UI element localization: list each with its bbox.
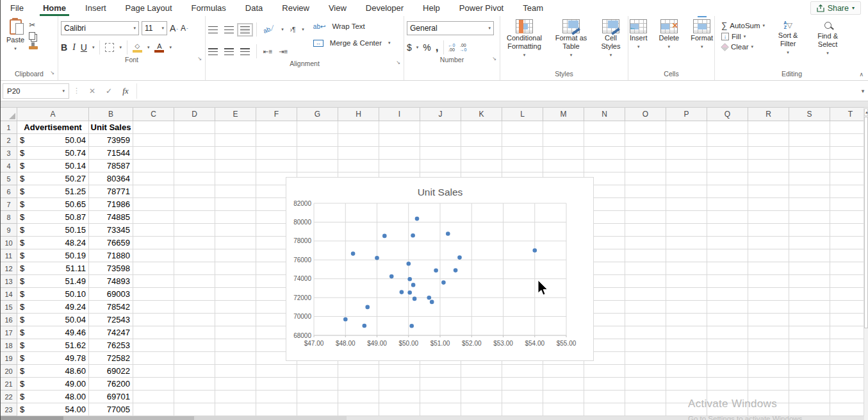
- cell-R9[interactable]: [748, 224, 789, 237]
- cell-T12[interactable]: [830, 262, 864, 275]
- cell-T17[interactable]: [830, 326, 864, 339]
- cell-H22[interactable]: [338, 391, 379, 403]
- cell-E8[interactable]: [215, 211, 256, 224]
- row-header-14[interactable]: 14: [1, 288, 17, 301]
- cell-A5[interactable]: $50.27: [17, 172, 89, 185]
- row-header-11[interactable]: 11: [1, 249, 17, 262]
- percent-style-button[interactable]: %: [423, 42, 430, 53]
- cell-E7[interactable]: [215, 198, 256, 211]
- number-format-combo[interactable]: General▾: [407, 21, 494, 35]
- cell-S1[interactable]: [789, 121, 830, 134]
- column-header-O[interactable]: O: [625, 108, 666, 121]
- cell-A18[interactable]: $51.62: [17, 339, 89, 352]
- cell-Q8[interactable]: [707, 211, 748, 224]
- cell-C6[interactable]: [133, 185, 174, 198]
- cell-M4[interactable]: [543, 160, 584, 172]
- cell-G21[interactable]: [297, 378, 338, 391]
- format-as-table-button[interactable]: Format as Table ▾: [550, 17, 593, 59]
- cell-P6[interactable]: [666, 185, 707, 198]
- cell-Q12[interactable]: [707, 262, 748, 275]
- orientation-dropdown-icon[interactable]: ▾: [281, 27, 284, 32]
- column-header-S[interactable]: S: [789, 108, 830, 121]
- cell-C15[interactable]: [133, 301, 174, 314]
- cell-Q7[interactable]: [707, 198, 748, 211]
- cell-P15[interactable]: [666, 301, 707, 314]
- borders-button[interactable]: [105, 43, 114, 52]
- cell-E4[interactable]: [215, 160, 256, 172]
- insert-function-button[interactable]: fx: [117, 86, 133, 96]
- row-header-5[interactable]: 5: [1, 172, 17, 185]
- cell-T21[interactable]: [830, 378, 864, 391]
- cell-P16[interactable]: [666, 314, 707, 326]
- cell-E1[interactable]: [215, 121, 256, 134]
- cell-K22[interactable]: [461, 391, 502, 403]
- row-header-17[interactable]: 17: [1, 326, 17, 339]
- cell-E5[interactable]: [215, 172, 256, 185]
- cell-C5[interactable]: [133, 172, 174, 185]
- cell-S18[interactable]: [789, 339, 830, 352]
- cell-styles-button[interactable]: Cell Styles ▾: [595, 17, 627, 59]
- cell-O10[interactable]: [625, 237, 666, 249]
- cell-C16[interactable]: [133, 314, 174, 326]
- cell-P17[interactable]: [666, 326, 707, 339]
- column-header-E[interactable]: E: [215, 108, 256, 121]
- cell-A15[interactable]: $49.24: [17, 301, 89, 314]
- accounting-dropdown-icon[interactable]: ▾: [416, 45, 419, 50]
- cell-C23[interactable]: [133, 403, 174, 416]
- cell-O20[interactable]: [625, 365, 666, 378]
- format-painter-button[interactable]: [29, 46, 38, 49]
- cell-P10[interactable]: [666, 237, 707, 249]
- cell-A12[interactable]: $51.11: [17, 262, 89, 275]
- cell-T13[interactable]: [830, 275, 864, 288]
- cell-O14[interactable]: [625, 288, 666, 301]
- column-header-C[interactable]: C: [133, 108, 174, 121]
- tab-data[interactable]: Data: [236, 0, 272, 16]
- cell-D23[interactable]: [174, 403, 215, 416]
- font-color-dropdown-icon[interactable]: ▾: [169, 45, 172, 50]
- row-header-23[interactable]: 23: [1, 403, 17, 416]
- cell-E13[interactable]: [215, 275, 256, 288]
- cell-N2[interactable]: [584, 134, 625, 147]
- cell-D1[interactable]: [174, 121, 215, 134]
- borders-dropdown-icon[interactable]: ▾: [119, 45, 122, 50]
- cell-A11[interactable]: $50.19: [17, 249, 89, 262]
- cell-D8[interactable]: [174, 211, 215, 224]
- cell-I22[interactable]: [379, 391, 420, 403]
- cell-O15[interactable]: [625, 301, 666, 314]
- cell-M1[interactable]: [543, 121, 584, 134]
- cell-J20[interactable]: [420, 365, 461, 378]
- align-center-button[interactable]: [224, 48, 234, 55]
- cell-D3[interactable]: [174, 147, 215, 160]
- font-color-button[interactable]: A: [154, 43, 164, 53]
- row-header-7[interactable]: 7: [1, 198, 17, 211]
- tab-home[interactable]: Home: [33, 0, 76, 16]
- cell-J3[interactable]: [420, 147, 461, 160]
- cell-T18[interactable]: [830, 339, 864, 352]
- cell-O9[interactable]: [625, 224, 666, 237]
- cell-P1[interactable]: [666, 121, 707, 134]
- wrap-text-button[interactable]: ab↩ Wrap Text: [313, 22, 391, 30]
- cell-R12[interactable]: [748, 262, 789, 275]
- cell-G3[interactable]: [297, 147, 338, 160]
- cell-O17[interactable]: [625, 326, 666, 339]
- cell-D14[interactable]: [174, 288, 215, 301]
- cell-T7[interactable]: [830, 198, 864, 211]
- tab-developer[interactable]: Developer: [356, 0, 413, 16]
- cell-P11[interactable]: [666, 249, 707, 262]
- cell-Q9[interactable]: [707, 224, 748, 237]
- cell-D10[interactable]: [174, 237, 215, 249]
- formula-input[interactable]: [136, 83, 857, 99]
- cell-B9[interactable]: 73345: [89, 224, 133, 237]
- insert-cells-button[interactable]: ← Insert ▾: [626, 17, 651, 51]
- cell-N20[interactable]: [584, 365, 625, 378]
- cell-B23[interactable]: 77005: [89, 403, 133, 416]
- cell-R14[interactable]: [748, 288, 789, 301]
- cell-C18[interactable]: [133, 339, 174, 352]
- cell-Q14[interactable]: [707, 288, 748, 301]
- cell-C3[interactable]: [133, 147, 174, 160]
- cell-C11[interactable]: [133, 249, 174, 262]
- cell-N3[interactable]: [584, 147, 625, 160]
- cell-P21[interactable]: [666, 378, 707, 391]
- cell-C7[interactable]: [133, 198, 174, 211]
- cell-L20[interactable]: [502, 365, 543, 378]
